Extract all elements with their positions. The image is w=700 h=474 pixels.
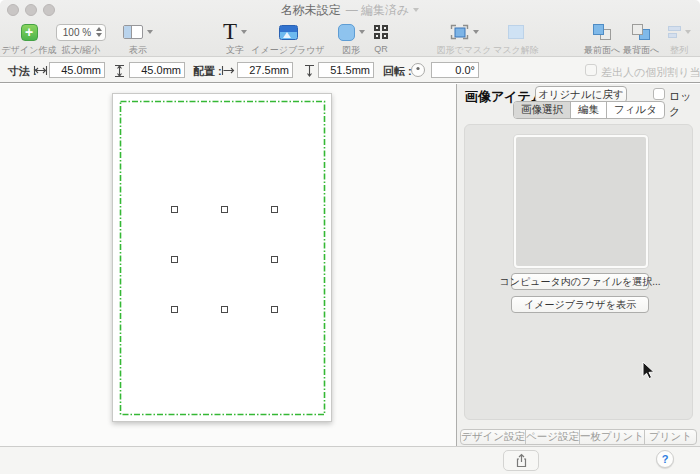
main-area: 画像アイテム オリジナルに戻す ロック 画像選択 編集 フィルタ コンピュータ内… xyxy=(0,84,700,446)
mask-crop-icon xyxy=(450,24,469,40)
show-image-browser-button[interactable]: イメージブラウザを表示 xyxy=(511,296,649,313)
design-settings-button[interactable]: デザイン設定 xyxy=(461,430,526,444)
stepper-arrows-icon[interactable] xyxy=(96,27,102,37)
plus-icon: + xyxy=(21,24,38,41)
inspector-tabs: 画像選択 編集 フィルタ xyxy=(513,101,665,119)
share-icon xyxy=(515,453,528,468)
view-button[interactable]: 表示 xyxy=(112,22,164,57)
align-icon xyxy=(668,26,681,38)
selection-handle[interactable] xyxy=(171,256,178,263)
unmask-button[interactable]: マスク解除 xyxy=(486,22,546,57)
image-browser-button[interactable]: イメージブラウザ xyxy=(250,22,326,57)
qr-code-icon xyxy=(373,24,389,40)
mouse-cursor xyxy=(642,361,655,380)
share-button[interactable] xyxy=(503,450,539,471)
design-create-button[interactable]: + デザイン作成 xyxy=(0,22,58,57)
tab-edit[interactable]: 編集 xyxy=(571,102,607,118)
rotation-dial-icon[interactable] xyxy=(410,62,426,78)
y-position-field[interactable]: 51.5mm xyxy=(318,62,374,78)
x-position-icon xyxy=(221,64,236,77)
x-position-field[interactable]: 27.5mm xyxy=(237,62,293,78)
window-title: 名称未設定 xyxy=(281,2,341,19)
height-field[interactable]: 45.0mm xyxy=(129,62,185,78)
zoom-control[interactable]: 100 % 拡大/縮小 xyxy=(53,22,109,57)
chevron-down-icon[interactable] xyxy=(359,30,365,34)
rotation-field[interactable]: 0.0° xyxy=(431,62,479,78)
align-button[interactable]: 整列 xyxy=(660,22,698,57)
print-button[interactable]: プリント xyxy=(645,430,696,444)
print-area-guide xyxy=(113,94,333,423)
position-label: 配置 : xyxy=(193,64,222,79)
selection-handle[interactable] xyxy=(171,306,178,313)
title-bar: 名称未設定 — 編集済み xyxy=(0,0,700,20)
tab-filter[interactable]: フィルタ xyxy=(607,102,664,118)
help-icon: ? xyxy=(662,453,669,465)
sender-assign-checkbox[interactable] xyxy=(585,64,597,76)
choose-file-button[interactable]: コンピュータ内のファイルを選択... xyxy=(511,273,649,290)
zoom-value: 100 % xyxy=(63,27,91,38)
help-button[interactable]: ? xyxy=(656,450,674,468)
lock-label: ロック xyxy=(669,89,700,119)
height-arrow-icon xyxy=(113,64,126,78)
width-arrow-icon xyxy=(33,64,48,77)
title-chevron-icon[interactable] xyxy=(413,8,419,12)
chevron-down-icon[interactable] xyxy=(685,30,691,34)
text-tool-icon: T xyxy=(223,22,237,42)
dimension-bar: 寸法 : 45.0mm 45.0mm 配置 : 27.5mm 51.5mm 回転… xyxy=(0,57,700,83)
bring-to-front-icon xyxy=(592,24,612,41)
selection-handle[interactable] xyxy=(271,206,278,213)
status-bar: ? xyxy=(0,446,700,474)
chevron-down-icon[interactable] xyxy=(473,30,479,34)
selection-handle[interactable] xyxy=(221,206,228,213)
image-browser-icon xyxy=(279,25,298,40)
inspector-panel: 画像アイテム オリジナルに戻す ロック 画像選択 編集 フィルタ コンピュータ内… xyxy=(457,84,700,446)
image-select-pane: コンピュータ内のファイルを選択... イメージブラウザを表示 xyxy=(464,124,693,420)
width-field[interactable]: 45.0mm xyxy=(49,62,105,78)
view-layout-icon xyxy=(123,25,143,39)
page-settings-button[interactable]: ページ設定 xyxy=(526,430,580,444)
sender-assign-label: 差出人の個別割り当て xyxy=(601,65,700,80)
send-to-back-icon xyxy=(631,24,651,41)
tab-image-select[interactable]: 画像選択 xyxy=(514,102,571,118)
y-position-icon xyxy=(303,64,316,78)
chevron-down-icon[interactable] xyxy=(241,30,247,34)
design-canvas[interactable] xyxy=(0,84,456,446)
toolbar: 名称未設定 — 編集済み + デザイン作成 100 % 拡大/縮小 表示 xyxy=(0,0,700,57)
zoom-stepper[interactable]: 100 % xyxy=(56,24,106,41)
selection-handle[interactable] xyxy=(171,206,178,213)
workflow-buttons: デザイン設定 ページ設定 一枚プリント プリント xyxy=(460,429,697,445)
unmask-icon xyxy=(508,25,524,39)
rotation-label: 回転 : xyxy=(383,64,412,79)
image-preview-placeholder[interactable] xyxy=(514,135,648,268)
send-to-back-button[interactable]: 最背面へ xyxy=(617,22,665,57)
single-print-button[interactable]: 一枚プリント xyxy=(580,430,645,444)
lock-checkbox[interactable] xyxy=(653,88,665,100)
selection-handle[interactable] xyxy=(271,256,278,263)
window-edited-state: — 編集済み xyxy=(346,2,410,19)
selection-handle[interactable] xyxy=(221,306,228,313)
chevron-down-icon[interactable] xyxy=(147,30,153,34)
selection-handle[interactable] xyxy=(271,306,278,313)
shape-icon xyxy=(338,24,355,41)
label-page[interactable] xyxy=(112,93,332,422)
app-window: 名称未設定 — 編集済み + デザイン作成 100 % 拡大/縮小 表示 xyxy=(0,0,700,474)
qr-tool-button[interactable]: QR xyxy=(366,22,396,54)
